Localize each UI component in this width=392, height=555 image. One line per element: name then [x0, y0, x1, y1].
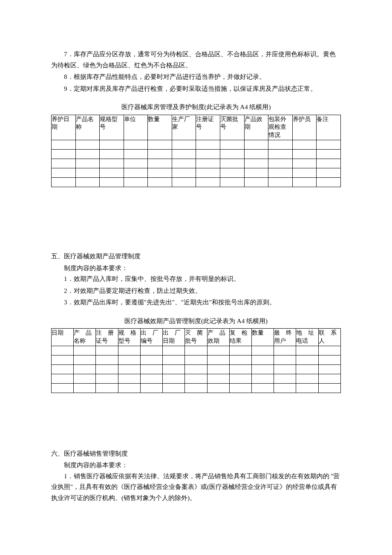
table-header-cell: 养护员: [292, 115, 317, 140]
section-5-p1: 1．效期产品入库时，应集中、按批号存放，并有明显的标识。: [51, 274, 341, 285]
table-header-cell: 灭 菌批号: [185, 329, 207, 346]
table-warehouse-maintenance: 养护日期 产品名称 规格型号 单位 数量 生产厂家 注册证号 灭菌批号 产品效期…: [51, 115, 341, 188]
table-header-cell: 最 终用户: [274, 329, 296, 346]
table-header-cell: 养护日期: [52, 115, 76, 140]
table-header-cell: 单位: [124, 115, 148, 140]
table-header-cell: 产品效期: [244, 115, 268, 140]
table-header-cell: 出 厂编号: [140, 329, 162, 346]
table-row: [52, 383, 341, 393]
table-header-row: 养护日期 产品名称 规格型号 单位 数量 生产厂家 注册证号 灭菌批号 产品效期…: [52, 115, 341, 140]
table-header-row: 日期 产 品名称 注 册证号 规 格型号 出 厂编号 出 厂日期 灭 菌批号 产…: [52, 329, 341, 346]
table-row: [52, 374, 341, 383]
table-row: [52, 150, 341, 159]
table-header-cell: 复 检结果: [229, 329, 251, 346]
table-header-cell: 注 册证号: [96, 329, 118, 346]
table-row: [52, 346, 341, 355]
table2-caption: 医疗器械效期产品管理制度(此记录表为 A4 纸横用): [51, 316, 341, 327]
table-header-cell: 产 品名称: [74, 329, 96, 346]
table-header-cell: 产 品效期: [207, 329, 229, 346]
paragraph-7: 7．库存产品应分区存放，通常可分为待检区、合格品区、不合格品区，并应使用色标标识…: [51, 49, 341, 71]
section-6-p1: 1．销售医疗器械应依据有关法律、法规要求，将产品销售给具有工商部门核发的在有效期…: [51, 471, 341, 504]
table-expiry-management: 日期 产 品名称 注 册证号 规 格型号 出 厂编号 出 厂日期 灭 菌批号 产…: [51, 328, 341, 393]
table-header-cell: 规格型号: [100, 115, 124, 140]
table-header-cell: 日期: [52, 329, 74, 346]
section-6-requirements: 制度内容的基本要求：: [51, 460, 341, 471]
table-header-cell: 数量: [148, 115, 172, 140]
section-5-p2: 2．对效期产品要定期进行检查，防止过期失效。: [51, 286, 341, 297]
section-5-p3: 3．效期产品出库时，要遵循"先进先出"、"近期先出"和按批号出库的原则。: [51, 297, 341, 308]
table-row: [52, 364, 341, 374]
table-header-cell: 出 厂日期: [163, 329, 185, 346]
table-row: [52, 168, 341, 178]
table-header-cell: 包装外观检查情况: [268, 115, 293, 140]
table-row: [52, 355, 341, 364]
table-row: [52, 159, 341, 168]
section-6-title: 六、医疗器械销售管理制度: [51, 448, 341, 460]
table-header-cell: 生产厂家: [172, 115, 196, 140]
section-5-requirements: 制度内容的基本要求：: [51, 263, 341, 274]
table-header-cell: 产品名称: [75, 115, 100, 140]
table1-caption: 医疗器械库房管理及养护制度(此记录表为 A4 纸横用): [51, 102, 341, 113]
table-header-cell: 备注: [317, 115, 341, 140]
table-row: [52, 178, 341, 187]
section-5-title: 五、医疗器械效期产品管理制度: [51, 251, 341, 262]
paragraph-8: 8．根据库存产品性能特点，必要时对产品进行适当养护，并做好记录。: [51, 72, 341, 83]
table-header-cell: 规 格型号: [118, 329, 140, 346]
table-header-cell: 灭菌批号: [220, 115, 245, 140]
table-row: [52, 140, 341, 150]
table-header-cell: 数量: [251, 329, 274, 346]
table-header-cell: 地 址电话: [296, 329, 318, 346]
paragraph-9: 9．定期对库房及库存产品进行检查，必要时采取适当措施，以保证库房及产品状态正常。: [51, 84, 341, 95]
table-header-cell: 注册证号: [196, 115, 220, 140]
table-header-cell: 联 系人: [318, 329, 340, 346]
